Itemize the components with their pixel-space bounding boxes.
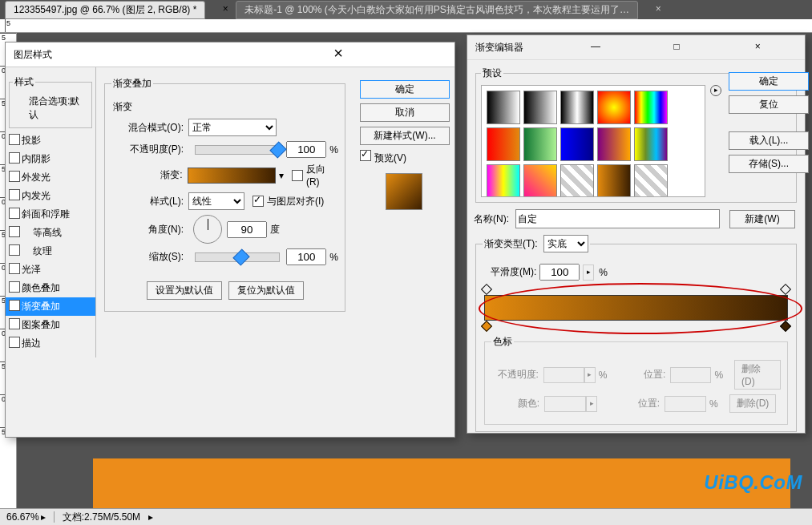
preset-swatch[interactable] xyxy=(560,164,594,197)
checkbox-icon[interactable] xyxy=(9,171,20,182)
checkbox-icon[interactable] xyxy=(9,244,20,256)
stop-opacity-input xyxy=(543,367,584,383)
preset-swatch[interactable] xyxy=(634,91,668,124)
layer-style-title: 图层样式 xyxy=(14,48,230,62)
gradient-preview[interactable] xyxy=(188,168,276,184)
preset-swatch[interactable] xyxy=(560,91,594,124)
style-drop-shadow[interactable]: 投影 xyxy=(6,131,95,150)
preset-swatch[interactable] xyxy=(523,127,557,161)
blend-mode-select[interactable]: 正常 xyxy=(188,119,277,136)
reset-button[interactable]: 复位 xyxy=(729,95,809,114)
preset-swatch[interactable] xyxy=(560,127,594,161)
gradient-name-input[interactable] xyxy=(515,209,720,228)
ok-button[interactable]: 确定 xyxy=(729,72,809,91)
dialog-actions: 确定 取消 新建样式(W)... 预览(V) xyxy=(353,67,454,357)
gradient-editor-dialog: 渐变编辑器 — □ × 确定 复位 载入(L)... 存储(S)... 预设 ▸… xyxy=(467,34,806,434)
angle-dial[interactable] xyxy=(193,215,222,244)
opacity-stop-left[interactable] xyxy=(483,285,491,293)
stop-color-label: 颜色: xyxy=(491,397,539,410)
tab-doc-2[interactable]: 未标题-1 @ 100% (今天小白教给大家如何用PS搞定古风调色技巧，本次教程… xyxy=(236,1,638,19)
preset-swatch[interactable] xyxy=(523,164,557,197)
checkbox-icon[interactable] xyxy=(9,263,20,274)
tab-doc-1[interactable]: 123355497.jpg @ 66.7% (图层 2, RGB/8) * xyxy=(5,1,205,19)
style-gradient-overlay[interactable]: 渐变叠加 xyxy=(6,297,95,316)
reverse-checkbox[interactable] xyxy=(292,170,303,181)
align-layer-checkbox[interactable] xyxy=(252,196,264,207)
style-pattern-overlay[interactable]: 图案叠加 xyxy=(6,316,95,334)
close-icon[interactable]: × xyxy=(719,39,797,55)
checkbox-icon[interactable] xyxy=(9,208,20,219)
checkbox-icon[interactable] xyxy=(9,226,20,237)
stop-color-swatch xyxy=(544,396,586,412)
style-texture[interactable]: 纹理 xyxy=(6,242,95,260)
checkbox-icon[interactable] xyxy=(9,134,20,145)
preset-swatch[interactable] xyxy=(487,127,520,161)
checkbox-icon[interactable] xyxy=(9,281,20,293)
layer-style-dialog: 图层样式 × 样式 混合选项:默认 投影 内阴影 外发光 内发光 斜面和浮雕 等… xyxy=(5,42,455,438)
opacity-input[interactable] xyxy=(286,141,326,158)
grad-overlay-legend: 渐变叠加 xyxy=(111,77,153,91)
gradient-type-select[interactable]: 实底 xyxy=(543,235,588,252)
preset-swatch[interactable] xyxy=(597,164,631,197)
preset-swatch[interactable] xyxy=(597,91,631,124)
style-outer-glow[interactable]: 外发光 xyxy=(6,168,95,187)
style-list: 样式 混合选项:默认 投影 内阴影 外发光 内发光 斜面和浮雕 等高线 纹理 光… xyxy=(6,67,96,357)
layer-style-titlebar[interactable]: 图层样式 × xyxy=(6,42,454,67)
set-default-button[interactable]: 设置为默认值 xyxy=(147,281,222,300)
style-inner-shadow[interactable]: 内阴影 xyxy=(6,150,95,168)
preset-swatch[interactable] xyxy=(634,127,668,161)
style-blend-options[interactable]: 混合选项:默认 xyxy=(13,92,88,124)
checkbox-icon[interactable] xyxy=(9,152,20,164)
preset-swatch[interactable] xyxy=(523,91,557,124)
style-satin[interactable]: 光泽 xyxy=(6,260,95,279)
color-stop-left[interactable] xyxy=(483,322,491,330)
preset-swatch[interactable] xyxy=(597,127,631,161)
tab-close-2[interactable]: × xyxy=(648,2,669,18)
style-color-overlay[interactable]: 颜色叠加 xyxy=(6,279,95,297)
new-gradient-button[interactable]: 新建(W) xyxy=(729,210,795,228)
checkbox-icon[interactable] xyxy=(9,337,20,348)
gradient-bar[interactable] xyxy=(484,295,788,321)
grad-style-select[interactable]: 线性 xyxy=(188,192,244,210)
scale-slider[interactable] xyxy=(195,252,280,262)
angle-input[interactable] xyxy=(227,221,267,238)
scale-input[interactable] xyxy=(286,248,326,265)
presets-menu-icon[interactable]: ▸ xyxy=(710,85,721,96)
style-bevel[interactable]: 斜面和浮雕 xyxy=(6,205,95,224)
checkbox-icon[interactable] xyxy=(9,189,20,200)
new-style-button[interactable]: 新建样式(W)... xyxy=(360,127,450,145)
smooth-stepper[interactable]: ▸ xyxy=(583,265,594,281)
styles-legend: 样式 xyxy=(13,75,35,89)
save-button[interactable]: 存储(S)... xyxy=(729,155,809,173)
status-bar: 66.67% ▸ 文档: 2.75M/5.50M ▸ xyxy=(0,508,812,510)
preset-swatch[interactable] xyxy=(634,164,668,197)
checkbox-icon[interactable] xyxy=(9,318,20,329)
canvas-gradient-preview xyxy=(93,458,790,510)
maximize-icon[interactable]: □ xyxy=(638,39,716,55)
color-stop-right[interactable] xyxy=(782,322,790,330)
preview-checkbox[interactable] xyxy=(360,150,371,161)
tab-close-1[interactable]: × xyxy=(215,2,236,18)
style-contour[interactable]: 等高线 xyxy=(6,224,95,242)
stops-legend: 色标 xyxy=(491,335,514,349)
checkbox-icon[interactable] xyxy=(9,300,20,311)
cancel-button[interactable]: 取消 xyxy=(360,103,450,122)
style-inner-glow[interactable]: 内发光 xyxy=(6,187,95,205)
type-legend: 渐变类型(T): xyxy=(484,238,538,249)
style-stroke[interactable]: 描边 xyxy=(6,334,95,353)
load-button[interactable]: 载入(L)... xyxy=(729,131,809,150)
preset-swatch[interactable] xyxy=(487,91,520,124)
pct-label: % xyxy=(329,144,338,155)
reset-default-button[interactable]: 复位为默认值 xyxy=(228,281,304,300)
stepper-icon: ▸ xyxy=(584,367,596,383)
preset-swatch[interactable] xyxy=(487,164,520,197)
minimize-icon[interactable]: — xyxy=(556,39,634,55)
gradient-editor-titlebar[interactable]: 渐变编辑器 — □ × xyxy=(467,35,805,60)
gradient-track[interactable] xyxy=(484,295,788,321)
ok-button[interactable]: 确定 xyxy=(360,80,450,99)
name-label: 名称(N): xyxy=(474,212,509,226)
close-icon[interactable]: × xyxy=(230,47,446,62)
opacity-stop-right[interactable] xyxy=(782,285,790,293)
smooth-input[interactable] xyxy=(539,264,580,281)
opacity-slider[interactable] xyxy=(195,145,280,155)
